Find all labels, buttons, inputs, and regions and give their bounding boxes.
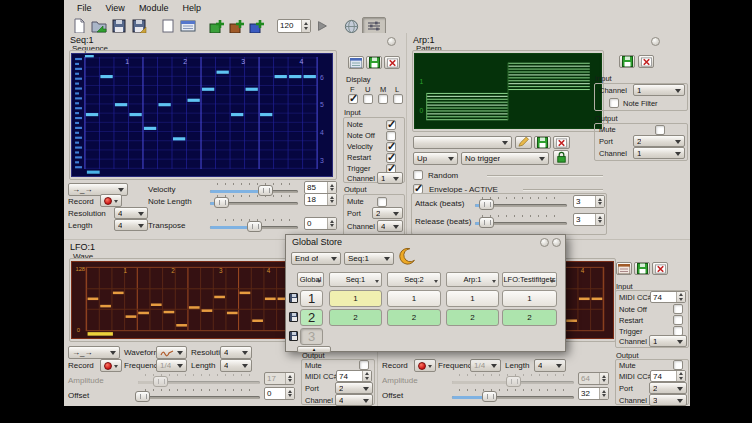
tempo-spinbox[interactable]: 120 xyxy=(277,19,311,33)
lfo2-rename-button[interactable] xyxy=(634,262,650,275)
store-cell[interactable]: 2 xyxy=(387,309,441,326)
lfo1-length-select[interactable]: 4 xyxy=(220,359,252,372)
arp-rename-button[interactable] xyxy=(619,55,635,68)
menu-module[interactable]: Module xyxy=(132,2,176,14)
pattern-display[interactable]: 10 xyxy=(414,53,602,129)
lfo2-length-select[interactable]: 4 xyxy=(534,359,566,372)
store-time-module-select[interactable]: Seq:1 xyxy=(344,252,394,265)
arp-mute-checkbox[interactable] xyxy=(655,125,665,135)
lfo2-out-channel-select[interactable]: 3 xyxy=(649,394,687,406)
store-col-global[interactable]: Global xyxy=(297,272,324,287)
lfo1-mute-checkbox[interactable] xyxy=(359,360,369,370)
spin-arrows-icon[interactable] xyxy=(362,371,371,381)
menu-file[interactable]: File xyxy=(70,2,99,14)
lfo2-offset-spinbox[interactable]: 32 xyxy=(578,387,609,400)
flag-f-checkbox[interactable] xyxy=(348,94,358,104)
record-button[interactable] xyxy=(100,194,122,207)
length-select[interactable]: 4 xyxy=(114,219,148,231)
spin-arrows-icon[interactable] xyxy=(327,182,336,193)
lfo2-offset-slider[interactable] xyxy=(452,388,574,401)
pattern-store-button[interactable] xyxy=(534,136,551,149)
transpose-spinbox[interactable]: 0 xyxy=(304,217,337,230)
lfo2-out-cc-spinbox[interactable]: 74 xyxy=(650,370,686,382)
arp-in-channel-select[interactable]: 1 xyxy=(633,84,685,96)
dialog-float-button[interactable] xyxy=(540,238,549,247)
seq-port-select[interactable]: 2 xyxy=(372,207,403,219)
store-row2-button[interactable]: 2 xyxy=(300,309,323,326)
spin-arrows-icon[interactable] xyxy=(327,194,336,205)
seq-delete-button[interactable] xyxy=(384,56,400,69)
store-cell[interactable]: 2 xyxy=(329,309,382,326)
spin-arrows-icon[interactable] xyxy=(599,388,608,399)
store-cell[interactable]: 1 xyxy=(502,290,557,307)
lfo1-offset-slider[interactable] xyxy=(138,388,260,401)
lfo2-in-cc-spinbox[interactable]: 74 xyxy=(650,291,686,303)
attack-slider[interactable] xyxy=(475,196,567,209)
lfo1-port-select[interactable]: 2 xyxy=(335,382,373,394)
store-cell[interactable]: 2 xyxy=(446,309,499,326)
seq-out-channel-select[interactable]: 4 xyxy=(377,220,403,232)
arp-float-button[interactable] xyxy=(651,37,660,46)
store-cell[interactable]: 1 xyxy=(446,290,499,307)
pattern-preset-select[interactable] xyxy=(413,136,512,149)
spin-arrows-icon[interactable] xyxy=(595,196,604,207)
store-cell[interactable]: 1 xyxy=(329,290,382,307)
seq-rename-button[interactable] xyxy=(366,56,382,69)
seq-mute-checkbox[interactable] xyxy=(377,197,387,207)
seq-clone-button[interactable] xyxy=(348,56,364,69)
pattern-edit-button[interactable] xyxy=(515,136,532,149)
lfo1-loop-mode-select[interactable]: →_→ xyxy=(68,346,120,359)
store-col-lfo[interactable]: LFO:Testifitgets xyxy=(502,272,557,287)
store-col-seq2[interactable]: Seq:2 xyxy=(387,272,441,287)
flag-u-checkbox[interactable] xyxy=(363,94,373,104)
lfo1-offset-spinbox[interactable]: 0 xyxy=(264,387,295,400)
note-length-slider[interactable] xyxy=(210,194,298,207)
seq-in-channel-select[interactable]: 1 xyxy=(377,172,403,184)
store-cell[interactable]: 1 xyxy=(387,290,441,307)
store-col-seq1[interactable]: Seq:1 xyxy=(329,272,382,287)
spin-arrows-icon[interactable] xyxy=(301,20,310,32)
store-cell[interactable]: 2 xyxy=(502,309,557,326)
arp-out-channel-select[interactable]: 1 xyxy=(633,147,685,159)
spin-arrows-icon[interactable] xyxy=(285,388,294,399)
lfo1-resolution-select[interactable]: 4 xyxy=(220,346,252,359)
flag-m-checkbox[interactable] xyxy=(378,94,388,104)
spin-arrows-icon[interactable] xyxy=(327,218,336,229)
lfo1-out-cc-spinbox[interactable]: 74 xyxy=(336,370,372,382)
arp-trigger-select[interactable]: No trigger xyxy=(461,152,549,165)
lfo2-record-button[interactable] xyxy=(414,359,436,372)
lfo2-delete-button[interactable] xyxy=(652,262,668,275)
pattern-delete-button[interactable] xyxy=(553,136,570,149)
store-row1-button[interactable]: 1 xyxy=(300,290,323,307)
seq-float-button[interactable] xyxy=(387,37,396,46)
lfo1-record-button[interactable] xyxy=(100,359,122,372)
lfo2-note-off-checkbox[interactable] xyxy=(673,304,683,314)
lfo2-restart-checkbox[interactable] xyxy=(673,315,683,325)
spin-arrows-icon[interactable] xyxy=(676,292,685,302)
menu-help[interactable]: Help xyxy=(175,2,208,14)
arp-delete-button[interactable] xyxy=(638,55,654,68)
attack-spinbox[interactable]: 3 xyxy=(573,195,605,208)
store-row3-save-icon[interactable] xyxy=(289,331,298,341)
spin-arrows-icon[interactable] xyxy=(676,371,685,381)
store-col-arp1[interactable]: Arp:1 xyxy=(446,272,499,287)
spin-arrows-icon[interactable] xyxy=(595,214,604,225)
dialog-close-button[interactable] xyxy=(552,238,561,247)
store-time-mode-select[interactable]: End of xyxy=(291,252,341,265)
lfo1-out-channel-select[interactable]: 4 xyxy=(335,394,373,406)
resolution-select[interactable]: 4 xyxy=(114,207,148,219)
store-row2-save-icon[interactable] xyxy=(289,312,298,322)
lfo2-port-select[interactable]: 2 xyxy=(649,382,687,394)
note-checkbox[interactable] xyxy=(386,120,396,130)
menu-view[interactable]: View xyxy=(99,2,132,14)
arp-port-select[interactable]: 2 xyxy=(633,135,685,147)
lfo2-mute-checkbox[interactable] xyxy=(673,360,683,370)
lfo1-wave-display[interactable]: 12801234 xyxy=(71,261,300,339)
release-slider[interactable] xyxy=(475,214,567,227)
sequence-display[interactable]: 12346543 xyxy=(71,53,333,177)
lfo2-clone-button[interactable] xyxy=(616,262,632,275)
latch-button[interactable] xyxy=(553,150,569,165)
arp-mode-select[interactable]: Up xyxy=(413,152,458,165)
release-spinbox[interactable]: 3 xyxy=(573,213,605,226)
random-checkbox[interactable] xyxy=(413,170,423,180)
